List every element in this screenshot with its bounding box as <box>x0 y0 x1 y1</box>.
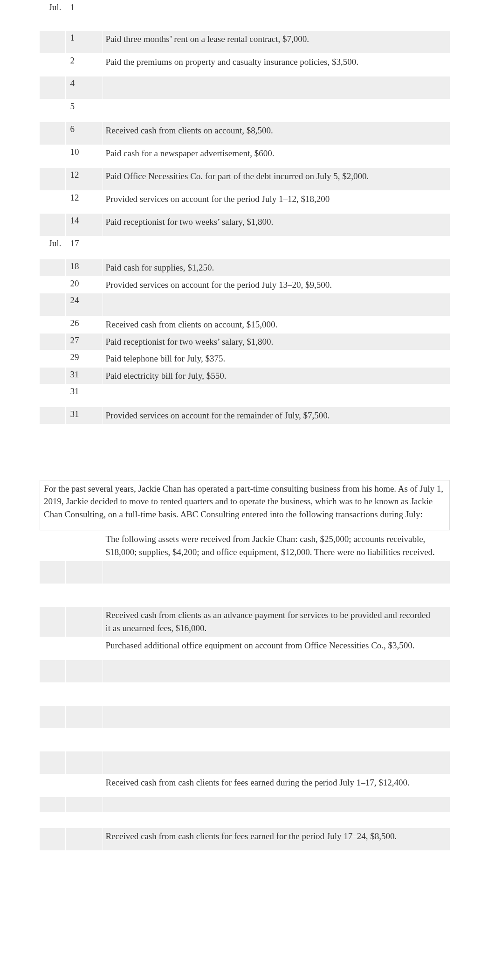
month-cell <box>40 191 65 211</box>
description-cell <box>103 99 450 122</box>
day-cell: 17 <box>66 236 103 257</box>
table-row: The following assets were received from … <box>40 531 450 561</box>
day-cell <box>66 660 103 681</box>
day-cell: 31 <box>66 384 103 405</box>
month-cell <box>40 368 65 381</box>
day-cell: 18 <box>66 259 103 272</box>
description-cell: The following assets were received from … <box>103 531 450 561</box>
day-cell: 20 <box>66 277 103 290</box>
day-cell <box>66 584 103 605</box>
month-cell <box>40 277 65 290</box>
day-cell: 31 <box>66 407 103 420</box>
month-cell <box>40 683 65 703</box>
day-cell <box>66 561 103 582</box>
day-cell <box>66 531 103 559</box>
description-cell <box>103 706 450 728</box>
month-cell <box>40 729 65 749</box>
table-row: 4 <box>40 76 450 99</box>
transactions-table-1: Jul.11Paid three months’ rent on a lease… <box>40 0 450 424</box>
description-cell <box>103 236 450 259</box>
section-gap <box>0 424 495 480</box>
month-cell <box>40 384 65 405</box>
description-cell: Paid the premiums on property and casual… <box>103 54 450 76</box>
month-cell <box>40 168 65 188</box>
day-cell <box>66 729 103 749</box>
table-row: 5 <box>40 99 450 122</box>
month-cell <box>40 706 65 726</box>
table-row: Received cash from clients as an advance… <box>40 607 450 637</box>
table-row: 6Received cash from clients on account, … <box>40 122 450 145</box>
day-cell <box>66 607 103 627</box>
month-cell <box>40 660 65 681</box>
day-cell <box>66 774 103 795</box>
day-cell: 6 <box>66 122 103 143</box>
description-cell: Provided services on account for the per… <box>103 191 450 213</box>
month-cell <box>40 774 65 795</box>
table-row: 29Paid telephone bill for July, $375. <box>40 350 450 368</box>
description-cell: Paid Office Necessities Co. for part of … <box>103 168 450 190</box>
table-row: 1Paid three months’ rent on a lease rent… <box>40 31 450 54</box>
description-cell <box>103 561 450 584</box>
description-cell: Paid cash for a newspaper advertisement,… <box>103 145 450 167</box>
month-cell <box>40 259 65 272</box>
table-row: 10Paid cash for a newspaper advertisemen… <box>40 145 450 168</box>
day-cell <box>66 751 103 772</box>
month-cell <box>40 99 65 120</box>
intro-paragraph-box: For the past several years, Jackie Chan … <box>40 480 450 531</box>
description-cell <box>103 729 450 751</box>
table-row <box>40 561 450 584</box>
table-row: Received cash from cash clients for fees… <box>40 774 450 797</box>
description-cell: Paid receptionist for two weeks’ salary,… <box>103 214 450 236</box>
table-row <box>40 705 450 728</box>
table-row <box>40 797 450 812</box>
table-row <box>40 584 450 607</box>
description-cell <box>103 293 450 316</box>
description-cell: Provided services on account for the rem… <box>103 407 450 424</box>
day-cell <box>66 828 103 848</box>
month-cell <box>40 316 65 329</box>
month-cell <box>40 584 65 605</box>
table-row: 20Provided services on account for the p… <box>40 276 450 293</box>
description-cell <box>103 813 450 827</box>
description-cell: Paid telephone bill for July, $375. <box>103 350 450 367</box>
table-row <box>40 812 450 827</box>
document-page: Jul.11Paid three months’ rent on a lease… <box>0 0 495 850</box>
description-cell: Purchased additional office equipment on… <box>103 637 450 660</box>
day-cell: 29 <box>66 350 103 363</box>
day-cell <box>66 706 103 726</box>
description-cell <box>103 0 450 30</box>
description-cell: Paid receptionist for two weeks’ salary,… <box>103 334 450 350</box>
day-cell: 2 <box>66 54 103 74</box>
day-cell: 31 <box>66 368 103 381</box>
month-cell <box>40 350 65 363</box>
day-cell: 1 <box>66 0 103 28</box>
table-row: 31Provided services on account for the r… <box>40 407 450 424</box>
description-cell <box>103 797 450 812</box>
description-cell <box>103 384 450 407</box>
transactions-table-2: The following assets were received from … <box>40 530 450 850</box>
month-cell <box>40 334 65 347</box>
description-cell <box>103 751 450 774</box>
day-cell: 4 <box>66 76 103 97</box>
day-cell: 1 <box>66 31 103 51</box>
description-cell: Provided services on account for the per… <box>103 277 450 293</box>
table-row: 24 <box>40 293 450 316</box>
month-cell <box>40 607 65 627</box>
table-row: Jul.1 <box>40 0 450 31</box>
day-cell <box>66 797 103 810</box>
month-cell <box>40 531 65 559</box>
description-cell: Received cash from cash clients for fees… <box>103 774 450 797</box>
month-cell <box>40 813 65 826</box>
table-row: 2Paid the premiums on property and casua… <box>40 54 450 76</box>
month-cell <box>40 751 65 772</box>
month-cell <box>40 54 65 74</box>
day-cell: 27 <box>66 334 103 347</box>
table-row: 26Received cash from clients on account,… <box>40 316 450 334</box>
table-row: 31Paid electricity bill for July, $550. <box>40 367 450 384</box>
description-cell <box>103 76 450 99</box>
table-row <box>40 660 450 682</box>
day-cell: 26 <box>66 316 103 329</box>
month-cell <box>40 637 65 658</box>
day-cell: 12 <box>66 191 103 211</box>
description-cell: Received cash from clients on account, $… <box>103 122 450 145</box>
